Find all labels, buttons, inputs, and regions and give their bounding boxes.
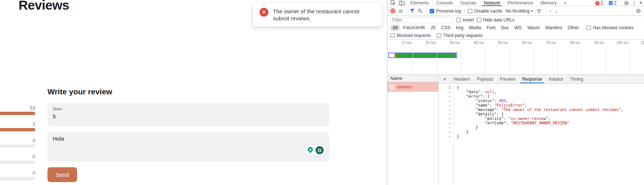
timeline-ruler-label: 30 ms bbox=[441, 41, 460, 45]
filter-chip-other[interactable]: Other bbox=[565, 25, 581, 31]
review-textarea[interactable]: Hola G bbox=[47, 132, 329, 162]
filter-chip-wasm[interactable]: Wasm bbox=[525, 25, 542, 31]
message-count: 2 bbox=[614, 0, 617, 6]
tab-response[interactable]: Response bbox=[519, 75, 545, 83]
tab-preview[interactable]: Preview bbox=[496, 75, 519, 83]
tab-sources[interactable]: Sources bbox=[456, 0, 480, 6]
throttling-dropdown[interactable]: No throttling ▾ bbox=[505, 9, 533, 14]
preserve-log-checkbox[interactable]: ✓ bbox=[430, 9, 434, 13]
has-blocked-cookies-checkbox[interactable] bbox=[587, 26, 591, 30]
invert-checkbox[interactable] bbox=[456, 18, 461, 22]
rating-count: 0 bbox=[0, 170, 35, 176]
more-tabs-chevron-icon[interactable]: » bbox=[560, 0, 570, 6]
grammarly-widget[interactable]: G bbox=[304, 145, 327, 156]
rating-count: 0 bbox=[0, 154, 35, 159]
stars-field[interactable]: Stars 5 bbox=[47, 103, 329, 126]
filter-chip-font[interactable]: Font bbox=[484, 25, 498, 31]
response-viewer[interactable]: 1––––––––––– { "data": null, "error": { … bbox=[439, 84, 644, 185]
filter-chip-css[interactable]: CSS bbox=[439, 25, 453, 31]
filter-chip-all[interactable]: All bbox=[390, 25, 400, 31]
stars-value: 5 bbox=[53, 113, 324, 120]
stars-label: Stars bbox=[53, 107, 324, 111]
filter-chip-manifest[interactable]: Manifest bbox=[543, 25, 564, 31]
rating-bar bbox=[0, 144, 35, 148]
filter-chip-fetch-xhr[interactable]: Fetch/XHR bbox=[401, 25, 427, 31]
rating-bar bbox=[0, 112, 35, 115]
tab-console[interactable]: Console bbox=[433, 0, 456, 6]
tab-memory[interactable]: Memory bbox=[537, 0, 560, 6]
timeline-ruler-label: 80 ms bbox=[562, 41, 580, 45]
close-detail-icon[interactable]: × bbox=[439, 76, 450, 82]
chevron-down-icon: ▾ bbox=[531, 9, 533, 13]
clear-icon[interactable]: ⊘ bbox=[399, 9, 403, 14]
search-icon[interactable] bbox=[418, 9, 423, 13]
hide-data-urls-checkbox[interactable] bbox=[477, 18, 481, 22]
response-code: { "data": null, "error": { "status": 403… bbox=[454, 85, 623, 185]
timeline-ruler-label: 70 ms bbox=[538, 41, 556, 45]
filter-chip-ws[interactable]: WS bbox=[512, 25, 524, 31]
divider bbox=[464, 8, 465, 14]
settings-gear-icon[interactable] bbox=[624, 0, 629, 6]
console-message-badge[interactable]: 2 bbox=[607, 0, 618, 6]
response-line: } bbox=[457, 134, 623, 138]
timeline-gridline bbox=[509, 46, 509, 74]
device-toolbar-icon[interactable] bbox=[399, 0, 405, 6]
filter-chip-img[interactable]: Img bbox=[454, 25, 466, 31]
response-line: } bbox=[457, 130, 623, 134]
filter-input[interactable] bbox=[390, 17, 453, 23]
network-settings-gear-icon[interactable] bbox=[635, 8, 641, 14]
menu-dots-icon[interactable]: ⋮ bbox=[632, 0, 637, 6]
filter-chip-media[interactable]: Media bbox=[467, 25, 483, 31]
console-error-badge[interactable]: × 2 bbox=[594, 0, 605, 6]
close-devtools-icon[interactable]: × bbox=[639, 0, 643, 6]
request-waterfall-bar[interactable] bbox=[388, 53, 457, 58]
tab-payload[interactable]: Payload bbox=[473, 75, 496, 83]
import-har-icon[interactable]: ↑ bbox=[549, 9, 552, 14]
error-toast[interactable]: × The owner of the restaurant cannot sub… bbox=[253, 3, 382, 27]
third-party-requests-label: Third-party requests bbox=[443, 33, 483, 38]
response-line: "details": { bbox=[457, 112, 623, 116]
timeline-gridline bbox=[485, 46, 485, 74]
response-line: "status": 403, bbox=[457, 98, 623, 103]
send-button[interactable]: Send bbox=[47, 167, 77, 182]
inspect-element-icon[interactable] bbox=[390, 0, 396, 6]
network-conditions-icon[interactable] bbox=[536, 9, 542, 13]
tab-network[interactable]: Network bbox=[480, 0, 504, 6]
invert-label: Invert bbox=[463, 17, 474, 23]
suggestion-lightbulb-icon[interactable] bbox=[307, 147, 314, 154]
export-har-icon[interactable]: ↓ bbox=[555, 9, 558, 14]
tab-timing[interactable]: Timing bbox=[567, 75, 587, 83]
record-icon[interactable] bbox=[390, 9, 395, 13]
tab-initiator[interactable]: Initiator bbox=[545, 75, 567, 83]
timeline-ruler-label: 10 ms bbox=[393, 41, 412, 45]
devtools-tabbar: Elements Console Sources Network Perform… bbox=[387, 0, 644, 6]
tab-headers[interactable]: Headers bbox=[450, 75, 473, 83]
filter-chip-doc[interactable]: Doc bbox=[499, 25, 511, 31]
timeline-ruler-label: 20 ms bbox=[417, 41, 436, 45]
third-party-requests-checkbox[interactable] bbox=[437, 33, 441, 38]
grammarly-g-icon[interactable]: G bbox=[316, 146, 324, 154]
gutter-marker: – bbox=[439, 90, 451, 94]
divider bbox=[406, 8, 407, 14]
tab-performance[interactable]: Performance bbox=[504, 0, 537, 6]
gutter-marker: – bbox=[439, 98, 451, 103]
disable-cache-checkbox[interactable] bbox=[468, 9, 472, 13]
filter-chip-js[interactable]: JS bbox=[428, 25, 438, 31]
response-line: "message": "The owner of the restaurant … bbox=[457, 107, 623, 112]
review-form-heading: Write your review bbox=[47, 87, 112, 96]
error-count-icon: × bbox=[595, 1, 600, 5]
network-filterbar: Invert Hide data URLs AllFetch/XHRJSCSSI… bbox=[387, 16, 644, 40]
gutter-marker: – bbox=[439, 116, 451, 121]
timeline-ruler-label: 60 ms bbox=[513, 41, 532, 45]
blocked-requests-checkbox[interactable] bbox=[390, 33, 395, 38]
name-column-header[interactable]: Name bbox=[387, 75, 438, 82]
tab-elements[interactable]: Elements bbox=[407, 0, 433, 6]
gutter-marker: – bbox=[439, 112, 451, 116]
network-main: Name reviews × Headers Payload Preview R… bbox=[387, 75, 644, 185]
filter-funnel-icon[interactable] bbox=[410, 9, 415, 13]
network-toolbar: ⊘ ✓ Preserve log Disable cache No thrott… bbox=[387, 6, 644, 16]
timeline-gridline bbox=[630, 46, 630, 74]
timeline-overview[interactable]: 10 ms20 ms30 ms40 ms50 ms60 ms70 ms80 ms… bbox=[387, 40, 644, 75]
rating-count: 3 bbox=[0, 121, 35, 127]
request-row-reviews[interactable]: reviews bbox=[387, 82, 438, 92]
